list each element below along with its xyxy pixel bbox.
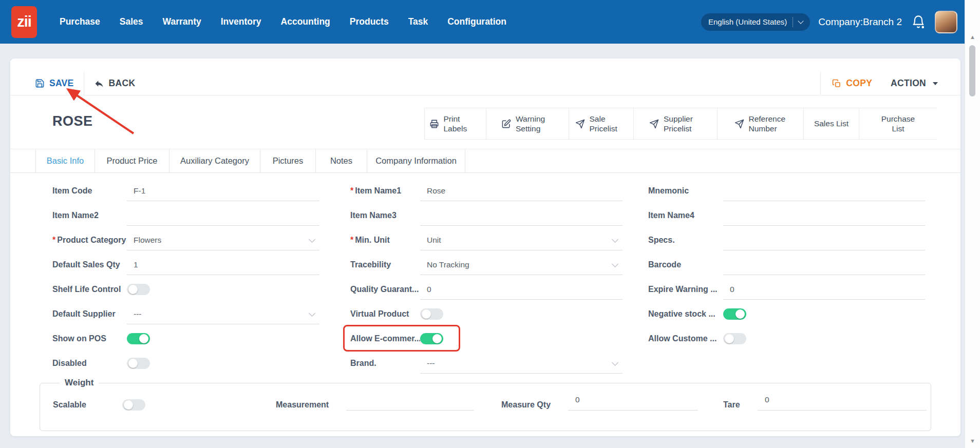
brand-select[interactable]: --- — [420, 353, 623, 374]
tab-pictures[interactable]: Pictures — [260, 149, 316, 172]
menu-task[interactable]: Task — [408, 16, 428, 27]
tab-product-price[interactable]: Product Price — [95, 149, 169, 172]
default-supplier-select[interactable]: --- — [127, 304, 319, 324]
product-title: ROSE — [52, 113, 93, 129]
print-labels-button[interactable]: Print Labels — [424, 108, 486, 139]
send-icon — [575, 119, 585, 129]
quick-action-label: Print Labels — [444, 114, 482, 134]
mnemonic-input[interactable] — [723, 181, 925, 201]
item-name3-label: Item Name3 — [350, 203, 420, 228]
supplier-pricelist-button[interactable]: Supplier Pricelist — [633, 108, 717, 139]
basic-info-form: Item Code F-1 Item Name1 Rose Mnemonic I… — [52, 179, 925, 376]
virtual-product-label: Virtual Product — [350, 302, 420, 326]
allow-customer-toggle[interactable] — [723, 333, 746, 344]
tab-notes[interactable]: Notes — [316, 149, 367, 172]
show-on-pos-toggle[interactable] — [127, 333, 150, 344]
notification-bell-icon[interactable] — [910, 14, 927, 30]
virtual-product-toggle[interactable] — [420, 308, 443, 320]
purchase-list-button[interactable]: Purchase List — [859, 108, 937, 139]
negative-stock-toggle[interactable] — [723, 308, 746, 320]
item-name1-input[interactable]: Rose — [420, 181, 623, 201]
save-button[interactable]: SAVE — [35, 78, 74, 89]
caret-down-icon — [933, 82, 938, 85]
scrollbar-thumb[interactable] — [969, 45, 975, 96]
tab-bar: Basic Info Product Price Auxiliary Categ… — [10, 149, 960, 173]
app-logo[interactable]: zii — [11, 6, 37, 38]
copy-label: COPY — [846, 78, 872, 89]
language-selector[interactable]: English (United States) — [701, 13, 810, 31]
disabled-label: Disabled — [52, 351, 127, 376]
action-dropdown-button[interactable]: ACTION — [891, 78, 938, 89]
send-icon — [734, 119, 744, 129]
scroll-up-arrow[interactable]: ▲ — [965, 34, 980, 40]
quick-action-label: Purchase List — [879, 114, 917, 134]
measurement-input[interactable] — [346, 389, 474, 411]
allow-customer-label: Allow Custome ... — [648, 326, 723, 351]
chevron-down-icon — [612, 236, 618, 243]
chevron-down-icon — [612, 359, 618, 366]
quick-actions: Print Labels Warning Setting Sale Pricel… — [424, 108, 937, 140]
shelf-life-control-toggle[interactable] — [127, 284, 150, 295]
specs-input[interactable] — [723, 230, 925, 250]
barcode-input[interactable] — [723, 255, 925, 275]
item-code-input[interactable]: F-1 — [127, 181, 319, 201]
weight-section: Weight Scalable Measurement Measure Qty … — [40, 378, 931, 431]
barcode-label: Barcode — [648, 252, 723, 277]
company-branch-label: Company:Branch 2 — [818, 16, 902, 28]
menu-purchase[interactable]: Purchase — [60, 16, 100, 27]
nav-right-cluster: English (United States) Company:Branch 2 — [701, 11, 957, 33]
product-category-select[interactable]: Flowers — [127, 230, 319, 250]
sales-list-button[interactable]: Sales List — [803, 108, 859, 139]
item-name2-input[interactable] — [127, 205, 319, 226]
brand-label: Brand. — [350, 351, 420, 376]
menu-products[interactable]: Products — [350, 16, 389, 27]
reference-number-button[interactable]: Reference Number — [717, 108, 803, 139]
divider — [793, 17, 793, 27]
min-unit-label: Min. Unit — [350, 228, 420, 252]
default-sales-qty-label: Default Sales Qty — [52, 252, 127, 277]
save-icon — [35, 79, 45, 88]
tab-basic-info[interactable]: Basic Info — [35, 149, 95, 172]
back-button[interactable]: BACK — [94, 78, 136, 89]
copy-button[interactable]: COPY — [832, 78, 872, 89]
scroll-down-arrow[interactable]: ▼ — [965, 438, 980, 444]
tracebility-select[interactable]: No Tracking — [420, 255, 623, 275]
sale-pricelist-button[interactable]: Sale Pricelist — [569, 108, 633, 139]
back-label: BACK — [109, 78, 136, 89]
chevron-down-icon — [309, 310, 315, 317]
tab-auxiliary-category[interactable]: Auxiliary Category — [169, 149, 260, 172]
item-code-label: Item Code — [52, 179, 127, 203]
language-label: English (United States) — [708, 17, 787, 26]
item-name3-input[interactable] — [420, 205, 623, 226]
chevron-down-icon — [309, 236, 315, 243]
print-icon — [429, 119, 439, 129]
specs-label: Specs. — [648, 228, 723, 252]
action-label: ACTION — [891, 78, 926, 89]
warning-setting-button[interactable]: Warning Setting — [486, 108, 569, 139]
disabled-toggle[interactable] — [127, 358, 150, 369]
allow-ecommerce-toggle[interactable] — [420, 333, 443, 344]
measure-qty-input[interactable]: 0 — [568, 389, 698, 411]
product-category-label: Product Category — [52, 228, 127, 252]
menu-warranty[interactable]: Warranty — [163, 16, 201, 27]
item-name4-input[interactable] — [723, 205, 925, 226]
default-sales-qty-input[interactable]: 1 — [127, 255, 319, 275]
tab-company-information[interactable]: Company Information — [367, 149, 465, 172]
quality-guarantee-input[interactable]: 0 — [420, 279, 623, 300]
copy-icon — [832, 79, 841, 88]
menu-inventory[interactable]: Inventory — [221, 16, 261, 27]
measurement-label: Measurement — [276, 400, 329, 410]
send-icon — [649, 119, 659, 129]
expire-warning-input[interactable]: 0 — [723, 279, 925, 300]
tare-input[interactable]: 0 — [758, 389, 927, 411]
top-navigation: zii Purchase Sales Warranty Inventory Ac… — [0, 0, 965, 44]
user-avatar[interactable] — [935, 11, 957, 33]
mnemonic-label: Mnemonic — [648, 179, 723, 203]
min-unit-select[interactable]: Unit — [420, 230, 623, 250]
quick-action-label: Sale Pricelist — [590, 114, 628, 134]
menu-configuration[interactable]: Configuration — [447, 16, 506, 27]
main-menu: Purchase Sales Warranty Inventory Accoun… — [60, 16, 506, 27]
scalable-toggle[interactable] — [122, 399, 145, 411]
menu-sales[interactable]: Sales — [120, 16, 143, 27]
menu-accounting[interactable]: Accounting — [281, 16, 330, 27]
